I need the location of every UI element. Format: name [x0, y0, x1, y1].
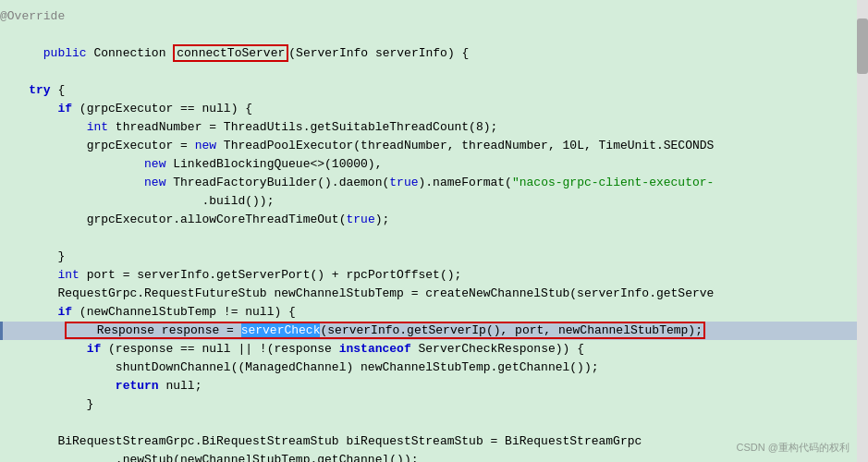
code-line-1: @Override	[0, 7, 868, 26]
code-line-6: grpcExecutor = new ThreadPoolExecutor(th…	[0, 137, 868, 155]
code-text: grpcExecutor =	[87, 139, 195, 152]
line-content: public Connection connectToServer(Server…	[0, 26, 861, 81]
params: (ServerInfo serverInfo) {	[288, 46, 469, 60]
code-line-11	[0, 229, 868, 248]
scrollbar[interactable]	[857, 0, 868, 462]
condition: (grpcExecutor == null) {	[72, 102, 252, 116]
keyword-instanceof: instanceof	[339, 342, 411, 356]
code-line-20: }	[0, 395, 868, 414]
line-content: }	[0, 395, 861, 414]
keyword-if3: if	[87, 342, 102, 356]
keyword-return: return	[116, 379, 159, 393]
brace: {	[51, 83, 66, 97]
code-container: @Override public Connection connectToSer…	[0, 0, 868, 462]
line-content: BiRequestStreamGrpc.BiRequestStreamStub …	[0, 432, 861, 451]
code-text: (response == null || !(response	[101, 342, 338, 356]
line-content: try {	[0, 81, 861, 100]
constant: SECONDS	[664, 139, 715, 152]
code-line-21	[0, 414, 868, 432]
line-content	[0, 414, 861, 432]
code-line-15: if (newChannelStubTemp != null) {	[0, 303, 868, 322]
line-content: grpcExecutor.allowCoreThreadTimeOut(true…	[0, 211, 861, 229]
code-line-9: .build());	[0, 192, 868, 211]
code-text: shuntDownChannel((ManagedChannel) newCha…	[116, 360, 599, 374]
code-line-19: return null;	[0, 377, 868, 395]
line-content: int port = serverInfo.getServerPort() + …	[0, 266, 861, 285]
code-text-response: Response response =	[67, 323, 240, 337]
watermark: CSDN @重构代码的权利	[737, 441, 850, 455]
line-content: if (newChannelStubTemp != null) {	[0, 303, 861, 322]
keyword-new3: new	[144, 176, 165, 189]
method-selected: serverCheck	[241, 323, 321, 337]
code-text: LinkedBlockingQueue<>(10000),	[165, 157, 382, 171]
code-line-16: Response response = serverCheck(serverIn…	[0, 322, 868, 340]
code-text: ThreadFactoryBuilder().daemon(	[165, 176, 389, 189]
keyword-int: int	[87, 120, 108, 134]
code-line-12: }	[0, 248, 868, 266]
code-line-14: RequestGrpc.RequestFutureStub newChannel…	[0, 285, 868, 303]
code-text: null;	[159, 379, 202, 393]
line-content: RequestGrpc.RequestFutureStub newChannel…	[0, 285, 861, 303]
code-text: RequestGrpc.RequestFutureStub newChannel…	[57, 286, 714, 300]
keyword-true: true	[389, 176, 418, 189]
code-text2: );	[375, 213, 390, 226]
code-line-8: new ThreadFactoryBuilder().daemon(true).…	[0, 174, 868, 192]
code-text2: ThreadPoolExecutor(threadNumber, threadN…	[216, 139, 664, 152]
keyword-try: try	[29, 83, 50, 97]
keyword-if: if	[57, 102, 72, 116]
type-connection: Connection	[93, 46, 173, 60]
code-text-params: (serverInfo.getServerIp(), port, newChan…	[320, 323, 702, 337]
code-line-13: int port = serverInfo.getServerPort() + …	[0, 266, 868, 285]
line-content: }	[0, 248, 861, 266]
keyword-new2: new	[144, 157, 165, 171]
code-line-17: if (response == null || !(response insta…	[0, 340, 868, 359]
code-line-18: shuntDownChannel((ManagedChannel) newCha…	[0, 359, 868, 377]
line-content: shuntDownChannel((ManagedChannel) newCha…	[0, 359, 861, 377]
method-name: connectToServer	[177, 46, 285, 60]
line-content: .newStub(newChannelStubTemp.getChannel()…	[0, 451, 861, 462]
line-content: int threadNumber = ThreadUtils.getSuitab…	[0, 118, 861, 137]
line-content: new ThreadFactoryBuilder().daemon(true).…	[0, 174, 861, 192]
code-line-4: if (grpcExecutor == null) {	[0, 100, 868, 118]
keyword-true2: true	[346, 213, 374, 226]
method-box: connectToServer	[173, 44, 288, 62]
keyword-int2: int	[57, 268, 79, 282]
keyword-new: new	[195, 139, 216, 152]
code-line-2: public Connection connectToServer(Server…	[0, 26, 868, 81]
line-content: new LinkedBlockingQueue<>(10000),	[0, 155, 861, 174]
code-text: grpcExecutor.allowCoreThreadTimeOut(	[87, 213, 347, 226]
line-content: .build());	[0, 192, 861, 211]
code-text: BiRequestStreamGrpc.BiRequestStreamStub …	[57, 434, 642, 448]
code-text2: ServerCheckResponse)) {	[411, 342, 584, 356]
line-content: if (grpcExecutor == null) {	[0, 100, 861, 118]
string-val: "nacos-grpc-client-executor-	[512, 176, 714, 189]
line-content	[0, 229, 861, 248]
scrollbar-thumb[interactable]	[857, 18, 868, 74]
line-content: Response response = serverCheck(serverIn…	[7, 322, 861, 340]
keyword-public: public	[43, 46, 94, 60]
line-content: return null;	[0, 377, 861, 395]
code-line-5: int threadNumber = ThreadUtils.getSuitab…	[0, 118, 868, 137]
line-content: grpcExecutor = new ThreadPoolExecutor(th…	[0, 137, 861, 155]
code-line-10: grpcExecutor.allowCoreThreadTimeOut(true…	[0, 211, 868, 229]
keyword-if2: if	[57, 305, 72, 319]
code-text: (newChannelStubTemp != null) {	[72, 305, 296, 319]
line-content: if (response == null || !(response insta…	[0, 340, 861, 359]
code-line-7: new LinkedBlockingQueue<>(10000),	[0, 155, 868, 174]
line-annotation: @Override	[0, 7, 861, 26]
code-line-3: try {	[0, 81, 868, 100]
code-text: threadNumber = ThreadUtils.getSuitableTh…	[108, 120, 497, 134]
code-text2: ).nameFormat(	[419, 176, 512, 189]
response-line-box: Response response = serverCheck(serverIn…	[65, 322, 705, 339]
code-text: port = serverInfo.getServerPort() + rpcP…	[79, 268, 461, 282]
code-text: .newStub(newChannelStubTemp.getChannel()…	[116, 453, 419, 462]
